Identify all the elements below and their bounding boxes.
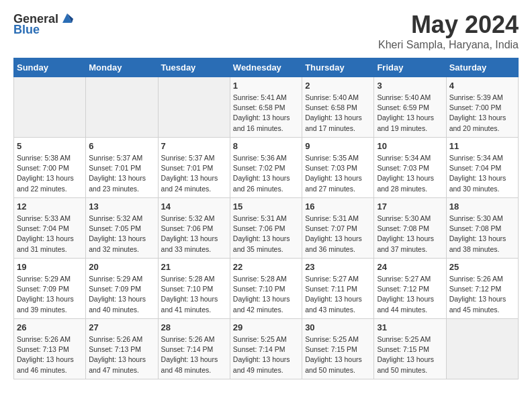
day-cell bbox=[86, 77, 158, 138]
day-cell: 5Sunrise: 5:38 AMSunset: 7:00 PMDaylight… bbox=[14, 138, 86, 198]
week-row-0: 1Sunrise: 5:41 AMSunset: 6:58 PMDaylight… bbox=[14, 77, 519, 138]
day-number: 9 bbox=[305, 141, 371, 151]
day-number: 28 bbox=[161, 322, 227, 332]
day-cell: 20Sunrise: 5:29 AMSunset: 7:09 PMDayligh… bbox=[86, 259, 158, 319]
day-info: Sunrise: 5:37 AMSunset: 7:01 PMDaylight:… bbox=[161, 153, 227, 194]
day-cell: 23Sunrise: 5:27 AMSunset: 7:11 PMDayligh… bbox=[302, 259, 374, 319]
day-info: Sunrise: 5:40 AMSunset: 6:59 PMDaylight:… bbox=[377, 93, 443, 134]
header-cell-friday: Friday bbox=[374, 58, 446, 77]
day-info: Sunrise: 5:28 AMSunset: 7:10 PMDaylight:… bbox=[233, 274, 299, 315]
day-info: Sunrise: 5:29 AMSunset: 7:09 PMDaylight:… bbox=[89, 274, 154, 315]
day-info: Sunrise: 5:30 AMSunset: 7:08 PMDaylight:… bbox=[449, 214, 515, 255]
day-cell: 3Sunrise: 5:40 AMSunset: 6:59 PMDaylight… bbox=[374, 77, 446, 138]
day-number: 12 bbox=[17, 201, 83, 212]
day-cell: 24Sunrise: 5:27 AMSunset: 7:12 PMDayligh… bbox=[374, 259, 446, 319]
week-row-3: 19Sunrise: 5:29 AMSunset: 7:09 PMDayligh… bbox=[14, 259, 519, 319]
day-cell: 15Sunrise: 5:31 AMSunset: 7:06 PMDayligh… bbox=[230, 198, 302, 259]
day-cell: 29Sunrise: 5:25 AMSunset: 7:14 PMDayligh… bbox=[230, 319, 302, 379]
day-info: Sunrise: 5:28 AMSunset: 7:10 PMDaylight:… bbox=[161, 274, 227, 315]
day-cell: 27Sunrise: 5:26 AMSunset: 7:13 PMDayligh… bbox=[86, 319, 158, 379]
day-info: Sunrise: 5:38 AMSunset: 7:00 PMDaylight:… bbox=[17, 153, 83, 194]
day-cell: 11Sunrise: 5:34 AMSunset: 7:04 PMDayligh… bbox=[446, 138, 518, 198]
day-cell: 9Sunrise: 5:35 AMSunset: 7:03 PMDaylight… bbox=[302, 138, 374, 198]
day-number: 18 bbox=[449, 201, 515, 212]
day-info: Sunrise: 5:25 AMSunset: 7:15 PMDaylight:… bbox=[305, 334, 371, 375]
logo: General Blue bbox=[13, 11, 75, 37]
day-info: Sunrise: 5:41 AMSunset: 6:58 PMDaylight:… bbox=[233, 93, 299, 134]
day-cell: 25Sunrise: 5:26 AMSunset: 7:12 PMDayligh… bbox=[446, 259, 518, 319]
header-cell-tuesday: Tuesday bbox=[158, 58, 230, 77]
day-info: Sunrise: 5:26 AMSunset: 7:13 PMDaylight:… bbox=[89, 334, 154, 375]
month-year-title: May 2024 bbox=[378, 11, 519, 39]
day-number: 30 bbox=[305, 322, 371, 332]
title-area: May 2024 Kheri Sampla, Haryana, India bbox=[378, 11, 519, 51]
day-number: 20 bbox=[89, 262, 154, 272]
page-header: General Blue May 2024 Kheri Sampla, Hary… bbox=[13, 11, 519, 51]
day-info: Sunrise: 5:26 AMSunset: 7:14 PMDaylight:… bbox=[161, 334, 227, 375]
day-cell: 1Sunrise: 5:41 AMSunset: 6:58 PMDaylight… bbox=[230, 77, 302, 138]
header-cell-saturday: Saturday bbox=[446, 58, 518, 77]
day-number: 10 bbox=[377, 141, 443, 151]
day-cell: 16Sunrise: 5:31 AMSunset: 7:07 PMDayligh… bbox=[302, 198, 374, 259]
day-cell: 26Sunrise: 5:26 AMSunset: 7:13 PMDayligh… bbox=[14, 319, 86, 379]
day-info: Sunrise: 5:31 AMSunset: 7:06 PMDaylight:… bbox=[233, 214, 299, 255]
day-info: Sunrise: 5:30 AMSunset: 7:08 PMDaylight:… bbox=[377, 214, 443, 255]
day-cell: 21Sunrise: 5:28 AMSunset: 7:10 PMDayligh… bbox=[158, 259, 230, 319]
day-number: 26 bbox=[17, 322, 83, 332]
day-info: Sunrise: 5:27 AMSunset: 7:12 PMDaylight:… bbox=[377, 274, 443, 315]
day-cell: 28Sunrise: 5:26 AMSunset: 7:14 PMDayligh… bbox=[158, 319, 230, 379]
day-cell: 14Sunrise: 5:32 AMSunset: 7:06 PMDayligh… bbox=[158, 198, 230, 259]
day-cell: 31Sunrise: 5:25 AMSunset: 7:15 PMDayligh… bbox=[374, 319, 446, 379]
day-info: Sunrise: 5:31 AMSunset: 7:07 PMDaylight:… bbox=[305, 214, 371, 255]
day-number: 8 bbox=[233, 141, 299, 151]
day-info: Sunrise: 5:36 AMSunset: 7:02 PMDaylight:… bbox=[233, 153, 299, 194]
day-info: Sunrise: 5:27 AMSunset: 7:11 PMDaylight:… bbox=[305, 274, 371, 315]
day-number: 19 bbox=[17, 262, 83, 272]
day-cell: 19Sunrise: 5:29 AMSunset: 7:09 PMDayligh… bbox=[14, 259, 86, 319]
day-number: 17 bbox=[377, 201, 443, 212]
day-number: 6 bbox=[89, 141, 154, 151]
day-info: Sunrise: 5:26 AMSunset: 7:12 PMDaylight:… bbox=[449, 274, 515, 315]
day-number: 27 bbox=[89, 322, 154, 332]
week-row-2: 12Sunrise: 5:33 AMSunset: 7:04 PMDayligh… bbox=[14, 198, 519, 259]
day-cell: 12Sunrise: 5:33 AMSunset: 7:04 PMDayligh… bbox=[14, 198, 86, 259]
location-subtitle: Kheri Sampla, Haryana, India bbox=[378, 39, 519, 51]
day-number: 29 bbox=[233, 322, 299, 332]
day-number: 3 bbox=[377, 81, 443, 91]
week-row-1: 5Sunrise: 5:38 AMSunset: 7:00 PMDaylight… bbox=[14, 138, 519, 198]
day-info: Sunrise: 5:34 AMSunset: 7:03 PMDaylight:… bbox=[377, 153, 443, 194]
calendar-table: SundayMondayTuesdayWednesdayThursdayFrid… bbox=[13, 58, 519, 379]
day-info: Sunrise: 5:34 AMSunset: 7:04 PMDaylight:… bbox=[449, 153, 515, 194]
day-number: 4 bbox=[449, 81, 515, 91]
day-cell: 7Sunrise: 5:37 AMSunset: 7:01 PMDaylight… bbox=[158, 138, 230, 198]
day-cell: 8Sunrise: 5:36 AMSunset: 7:02 PMDaylight… bbox=[230, 138, 302, 198]
day-info: Sunrise: 5:25 AMSunset: 7:15 PMDaylight:… bbox=[377, 334, 443, 375]
day-cell bbox=[446, 319, 518, 379]
day-cell: 2Sunrise: 5:40 AMSunset: 6:58 PMDaylight… bbox=[302, 77, 374, 138]
day-cell: 10Sunrise: 5:34 AMSunset: 7:03 PMDayligh… bbox=[374, 138, 446, 198]
day-number: 11 bbox=[449, 141, 515, 151]
day-number: 1 bbox=[233, 81, 299, 91]
day-cell: 13Sunrise: 5:32 AMSunset: 7:05 PMDayligh… bbox=[86, 198, 158, 259]
day-number: 23 bbox=[305, 262, 371, 272]
header-cell-monday: Monday bbox=[86, 58, 158, 77]
day-info: Sunrise: 5:29 AMSunset: 7:09 PMDaylight:… bbox=[17, 274, 83, 315]
header-cell-thursday: Thursday bbox=[302, 58, 374, 77]
week-row-4: 26Sunrise: 5:26 AMSunset: 7:13 PMDayligh… bbox=[14, 319, 519, 379]
day-cell bbox=[158, 77, 230, 138]
day-cell: 30Sunrise: 5:25 AMSunset: 7:15 PMDayligh… bbox=[302, 319, 374, 379]
day-info: Sunrise: 5:32 AMSunset: 7:05 PMDaylight:… bbox=[89, 214, 154, 255]
day-number: 7 bbox=[161, 141, 227, 151]
day-info: Sunrise: 5:26 AMSunset: 7:13 PMDaylight:… bbox=[17, 334, 83, 375]
day-number: 13 bbox=[89, 201, 154, 212]
day-number: 21 bbox=[161, 262, 227, 272]
day-cell: 4Sunrise: 5:39 AMSunset: 7:00 PMDaylight… bbox=[446, 77, 518, 138]
day-info: Sunrise: 5:32 AMSunset: 7:06 PMDaylight:… bbox=[161, 214, 227, 255]
day-number: 24 bbox=[377, 262, 443, 272]
day-info: Sunrise: 5:39 AMSunset: 7:00 PMDaylight:… bbox=[449, 93, 515, 134]
day-info: Sunrise: 5:37 AMSunset: 7:01 PMDaylight:… bbox=[89, 153, 154, 194]
header-cell-sunday: Sunday bbox=[14, 58, 86, 77]
logo-blue-text: Blue bbox=[13, 23, 40, 37]
day-cell: 18Sunrise: 5:30 AMSunset: 7:08 PMDayligh… bbox=[446, 198, 518, 259]
day-info: Sunrise: 5:33 AMSunset: 7:04 PMDaylight:… bbox=[17, 214, 83, 255]
